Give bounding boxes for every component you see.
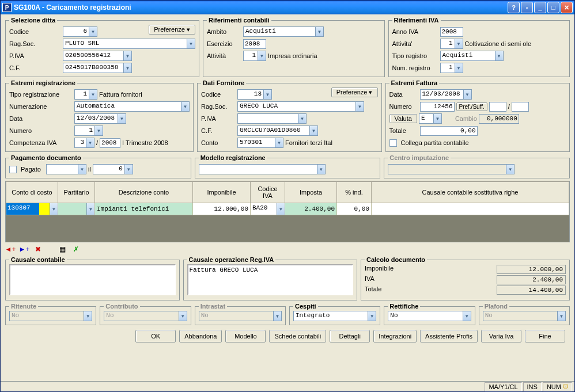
modello-button[interactable]: Modello xyxy=(225,330,266,342)
collega-checkbox[interactable] xyxy=(389,139,397,147)
chevron-down-icon[interactable]: ▼ xyxy=(277,203,285,215)
help-button[interactable]: ? xyxy=(508,2,520,13)
chevron-down-icon[interactable]: ▼ xyxy=(495,51,503,60)
chevron-down-icon[interactable]: ▼ xyxy=(463,90,471,99)
schede-button[interactable]: Schede contabili xyxy=(269,330,326,342)
maximize-button[interactable]: □ xyxy=(547,2,559,13)
chevron-down-icon[interactable]: ▼ xyxy=(298,114,306,123)
chevron-down-icon[interactable]: ▼ xyxy=(86,203,94,215)
col-conto[interactable]: Conto di costo xyxy=(6,182,58,203)
chevron-down-icon[interactable]: ▼ xyxy=(455,63,463,73)
chevron-down-icon[interactable]: ▼ xyxy=(123,51,131,60)
integrazioni-button[interactable]: Integrazioni xyxy=(373,330,417,342)
chevron-down-icon[interactable]: ▼ xyxy=(86,138,94,147)
attivita-iva-select[interactable]: 1▼ xyxy=(440,39,463,49)
cell-partitario[interactable] xyxy=(58,203,86,215)
fine-button[interactable]: Fine xyxy=(525,330,565,342)
forn-conto-select[interactable]: 570301▼ xyxy=(237,138,283,148)
causale-iva-textarea[interactable]: Fattura GRECO LUCA xyxy=(187,264,354,295)
insert-row-before-icon[interactable]: ◄+ xyxy=(5,245,16,254)
extra-window-button[interactable]: ▫ xyxy=(521,2,533,13)
chevron-down-icon[interactable]: ▼ xyxy=(368,311,376,321)
data-reg-select[interactable]: 12/03/2008▼ xyxy=(74,113,126,124)
modello-select[interactable]: ▼ xyxy=(199,164,326,174)
rettifiche-select[interactable]: No▼ xyxy=(388,311,471,321)
numerazione-select[interactable]: Automatica▼ xyxy=(74,101,190,112)
chevron-down-icon[interactable]: ▼ xyxy=(89,90,97,99)
chevron-down-icon[interactable]: ▼ xyxy=(89,27,97,36)
chevron-down-icon[interactable]: ▼ xyxy=(355,102,364,111)
cell-pind[interactable]: 0,00 xyxy=(337,203,372,215)
fatt-numero-input[interactable] xyxy=(420,102,455,112)
chevron-down-icon[interactable]: ▼ xyxy=(258,51,266,60)
ragsoc-select[interactable]: PLUTO SRL▼ xyxy=(63,39,195,49)
cespiti-select[interactable]: Integrato▼ xyxy=(293,311,376,321)
anno-iva-input[interactable] xyxy=(440,27,463,37)
fatt-totale-input[interactable] xyxy=(420,126,478,136)
chevron-down-icon[interactable]: ▼ xyxy=(433,114,441,123)
chevron-down-icon[interactable]: ▼ xyxy=(455,39,463,48)
ok-button[interactable]: OK xyxy=(135,330,176,342)
causale-cont-textarea[interactable] xyxy=(9,264,176,295)
chevron-down-icon[interactable]: ▼ xyxy=(317,165,325,174)
chevron-down-icon[interactable]: ▼ xyxy=(181,102,189,111)
valuta-select[interactable]: E▼ xyxy=(419,113,442,124)
chevron-down-icon[interactable]: ▼ xyxy=(275,138,283,147)
prefsuff-button[interactable]: Pref./Suff. xyxy=(456,102,487,111)
ambito-select[interactable]: Acquisti▼ xyxy=(243,26,324,37)
pagato-combo-2[interactable]: 0▼ xyxy=(93,164,133,174)
tipo-reg-select[interactable]: 1▼ xyxy=(74,89,97,100)
abbandona-button[interactable]: Abbandona xyxy=(179,330,222,342)
cell-conto[interactable]: 130307 xyxy=(6,203,39,215)
forn-ragsoc-select[interactable]: GRECO LUCA▼ xyxy=(237,101,364,112)
col-partitario[interactable]: Partitario xyxy=(58,182,95,203)
codice-select[interactable]: 6▼ xyxy=(63,26,97,37)
cell-imponibile[interactable]: 12.000,00 xyxy=(193,203,251,215)
cf-select[interactable]: 0245017B000358▼ xyxy=(63,63,132,73)
fatt-data-select[interactable]: 12/03/2008▼ xyxy=(420,89,472,100)
attivita-select[interactable]: 1▼ xyxy=(243,51,266,61)
chevron-down-icon[interactable]: ▼ xyxy=(463,311,471,321)
chevron-down-icon[interactable]: ▼ xyxy=(78,165,86,174)
col-pind[interactable]: % ind. xyxy=(337,182,372,203)
forn-codice-select[interactable]: 13▼ xyxy=(237,89,272,100)
col-causale[interactable]: Causale contabile sostitutiva righe xyxy=(372,182,569,203)
col-imponibile[interactable]: Imponibile xyxy=(193,182,251,203)
forn-piva-select[interactable]: ▼ xyxy=(237,113,307,124)
piva-select[interactable]: 020500556412▼ xyxy=(63,51,132,61)
pagato-combo-1[interactable]: ▼ xyxy=(46,164,86,174)
forn-cf-select[interactable]: GRCLCU70A01D0860▼ xyxy=(237,125,318,136)
varia-iva-button[interactable]: Varia Iva xyxy=(481,330,521,342)
chevron-down-icon[interactable]: ▼ xyxy=(309,126,317,135)
chevron-down-icon[interactable]: ▼ xyxy=(187,39,195,48)
chevron-down-icon[interactable]: ▼ xyxy=(263,90,271,99)
pagato-checkbox[interactable] xyxy=(9,166,17,173)
esercizio-input[interactable] xyxy=(243,39,266,49)
tipo-registro-select[interactable]: Acquisti▼ xyxy=(440,51,504,61)
col-desc[interactable]: Descrizione conto xyxy=(95,182,193,203)
close-button[interactable]: ✕ xyxy=(561,2,573,13)
table-row[interactable]: 130307 ▼ ▼ Impianti telefonici 12.000,00… xyxy=(6,203,569,215)
grid-view-icon[interactable]: ▦ xyxy=(57,245,67,254)
excel-export-icon[interactable]: ✗ xyxy=(71,245,81,254)
fatt-pref-input[interactable] xyxy=(489,102,506,112)
cell-causale[interactable] xyxy=(372,203,569,215)
chevron-down-icon[interactable]: ▼ xyxy=(50,203,58,215)
assistente-button[interactable]: Assistente Profis xyxy=(420,330,478,342)
chevron-down-icon[interactable]: ▼ xyxy=(94,126,103,135)
numero-reg-select[interactable]: 1▼ xyxy=(74,125,103,136)
comp-y-input[interactable] xyxy=(100,138,120,148)
chevron-down-icon[interactable]: ▼ xyxy=(124,165,133,174)
chevron-down-icon[interactable]: ▼ xyxy=(315,27,323,36)
col-codice-iva[interactable]: Codice IVA xyxy=(251,182,285,203)
chevron-down-icon[interactable]: ▼ xyxy=(118,114,126,123)
preferenze-button-2[interactable]: Preferenze ▾ xyxy=(331,87,378,97)
num-registro-select[interactable]: 1▼ xyxy=(440,63,463,73)
fatt-suff-input[interactable] xyxy=(512,102,529,112)
comp-m-select[interactable]: 3▼ xyxy=(74,138,94,148)
insert-row-after-icon[interactable]: ►+ xyxy=(19,245,29,254)
minimize-button[interactable]: _ xyxy=(534,2,546,13)
col-imposta[interactable]: Imposta xyxy=(285,182,337,203)
delete-row-icon[interactable]: ✖ xyxy=(33,245,43,254)
cell-codice-iva[interactable]: BA20 xyxy=(251,203,277,215)
